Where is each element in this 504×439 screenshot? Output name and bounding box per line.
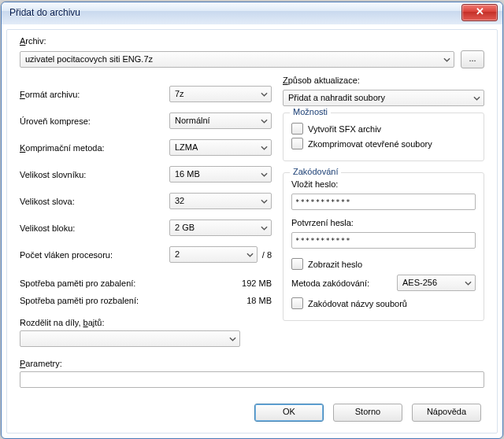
window-title: Přidat do archivu xyxy=(9,7,80,18)
archive-combo[interactable]: uzivatel pocitacovych siti ENG.7z xyxy=(20,51,454,68)
options-legend: Možnosti xyxy=(290,107,331,116)
password2-input[interactable]: *********** xyxy=(291,232,476,249)
password-input[interactable]: *********** xyxy=(291,194,476,210)
close-icon: ✕ xyxy=(476,6,484,17)
block-label: Velikost bloku: xyxy=(20,223,154,233)
chevron-down-icon xyxy=(261,197,268,205)
showpw-checkbox[interactable]: Zobrazit heslo xyxy=(291,258,476,270)
word-combo[interactable]: 32 xyxy=(169,193,272,209)
chevron-down-icon xyxy=(246,251,254,258)
encryption-legend: Zakódování xyxy=(290,167,341,176)
encmethod-label: Metoda zakódování: xyxy=(291,279,369,288)
openfiles-checkbox[interactable]: Zkomprimovat otevřené soubory xyxy=(291,138,476,149)
params-label: Parametry: xyxy=(20,359,484,368)
mem-pack-value: 192 MB xyxy=(176,279,272,288)
update-label: Způsob aktualizace: xyxy=(283,76,484,85)
checkbox-box-icon xyxy=(291,297,303,309)
chevron-down-icon xyxy=(229,335,236,342)
format-combo[interactable]: 7z xyxy=(169,86,272,102)
password-label: Vložit heslo: xyxy=(291,179,476,189)
checkbox-box-icon xyxy=(291,258,303,270)
level-label: Úroveň komprese: xyxy=(20,116,154,126)
dict-label: Velikost slovníku: xyxy=(20,170,154,179)
close-button[interactable]: ✕ xyxy=(461,4,498,21)
encryptnames-checkbox[interactable]: Zakódovat názvy souborů xyxy=(291,297,476,309)
titlebar: Přidat do archivu ✕ xyxy=(2,2,502,24)
split-combo[interactable] xyxy=(20,330,240,347)
chevron-down-icon xyxy=(261,117,268,124)
mem-unpack-label: Spotřeba paměti pro rozbalení: xyxy=(20,296,176,305)
chevron-down-icon xyxy=(473,94,480,101)
level-combo[interactable]: Normální xyxy=(169,113,272,129)
mem-unpack-value: 18 MB xyxy=(176,296,272,305)
chevron-down-icon xyxy=(261,144,268,151)
encmethod-combo[interactable]: AES-256 xyxy=(397,275,476,291)
dict-combo[interactable]: 16 MB xyxy=(169,166,272,183)
chevron-down-icon xyxy=(261,90,268,98)
sfx-checkbox[interactable]: Vytvořit SFX archiv xyxy=(291,123,476,135)
update-combo[interactable]: Přidat a nahradit soubory xyxy=(283,90,484,106)
params-input[interactable] xyxy=(20,371,484,388)
dialog-footer: OK Storno Nápověda xyxy=(13,404,491,422)
mem-pack-label: Spotřeba paměti pro zabalení: xyxy=(20,279,176,288)
dialog-window: Přidat do archivu ✕ Archiv: uzivatel poc… xyxy=(1,2,503,439)
encryption-group: Zakódování Vložit heslo: *********** Pot… xyxy=(283,172,484,321)
chevron-down-icon xyxy=(261,224,268,231)
archive-label: Archiv: xyxy=(20,36,484,46)
threads-suffix: / 8 xyxy=(262,250,272,260)
password2-label: Potvrzení hesla: xyxy=(291,218,476,227)
ok-button[interactable]: OK xyxy=(254,404,324,422)
threads-label: Počet vláken procesoru: xyxy=(20,250,154,260)
cancel-button[interactable]: Storno xyxy=(333,404,402,422)
client-area: Archiv: uzivatel pocitacovych siti ENG.7… xyxy=(6,29,498,433)
threads-combo[interactable]: 2 xyxy=(169,246,258,263)
chevron-down-icon xyxy=(465,279,472,286)
chevron-down-icon xyxy=(261,171,268,178)
method-combo[interactable]: LZMA xyxy=(169,139,272,156)
help-button[interactable]: Nápověda xyxy=(412,404,481,422)
split-label: Rozdělit na díly, bajtů: xyxy=(20,318,272,327)
method-label: Komprimační metoda: xyxy=(20,143,154,153)
chevron-down-icon xyxy=(443,56,450,63)
format-label: Formát archivu: xyxy=(20,90,154,99)
checkbox-box-icon xyxy=(291,123,303,135)
options-group: Možnosti Vytvořit SFX archiv Zkomprimova… xyxy=(283,113,484,161)
block-combo[interactable]: 2 GB xyxy=(169,220,272,236)
checkbox-box-icon xyxy=(291,138,303,149)
word-label: Velikost slova: xyxy=(20,197,154,206)
browse-button[interactable]: ... xyxy=(461,50,484,68)
archive-value: uzivatel pocitacovych siti ENG.7z xyxy=(25,54,153,64)
